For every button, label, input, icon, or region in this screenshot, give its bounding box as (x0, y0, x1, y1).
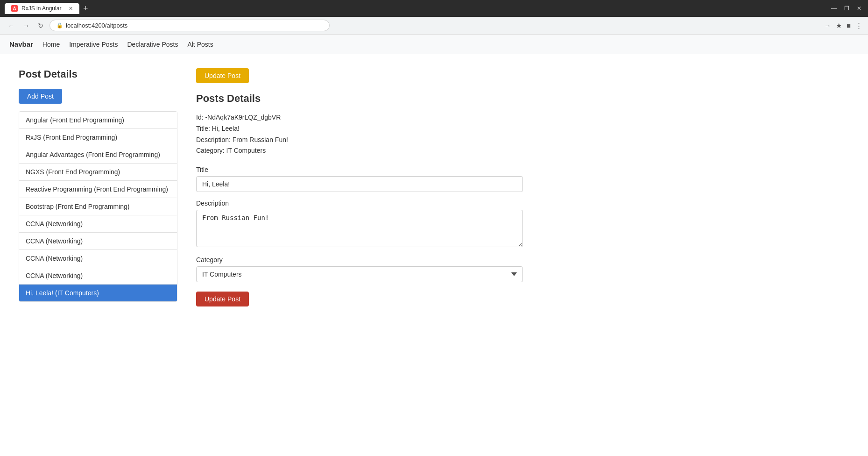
nav-link-declarative[interactable]: Declarative Posts (127, 41, 178, 48)
url-text: localhost:4200/altposts (66, 22, 127, 29)
list-item[interactable]: CCNA (Networking) (19, 267, 177, 285)
lock-icon: 🔒 (56, 22, 63, 28)
right-panel: Update Post Posts Details Id: -NdAqk7aK9… (196, 68, 523, 306)
browser-toolbar-right: → ★ ■ ⋮ (824, 21, 862, 30)
url-bar[interactable]: 🔒 localhost:4200/altposts (49, 20, 330, 31)
maximize-button[interactable]: ❐ (842, 4, 851, 13)
post-list: Angular (Front End Programming) RxJS (Fr… (19, 111, 177, 302)
tab-bar: A RxJS in Angular ✕ + (5, 3, 88, 14)
title-form-group: Title (196, 166, 523, 192)
window-controls: — ❐ ✕ (829, 4, 863, 13)
tab-title: RxJS in Angular (21, 5, 61, 12)
post-id: Id: -NdAqk7aK9rLQZ_dgbVR (196, 112, 523, 123)
posts-details-heading: Posts Details (196, 93, 523, 105)
list-item[interactable]: NGXS (Front End Programming) (19, 164, 177, 181)
nav-link-imperative[interactable]: Imperative Posts (69, 41, 118, 48)
tab-close-button[interactable]: ✕ (69, 6, 73, 12)
list-item-active[interactable]: Hi, Leela! (IT Computers) (19, 285, 177, 301)
forward-button[interactable]: → (21, 21, 32, 31)
description-label: Description (196, 200, 523, 207)
list-item[interactable]: CCNA (Networking) (19, 250, 177, 267)
post-info: Id: -NdAqk7aK9rLQZ_dgbVR Title: Hi, Leel… (196, 112, 523, 157)
minimize-button[interactable]: — (829, 4, 839, 13)
add-post-button[interactable]: Add Post (19, 89, 62, 104)
close-window-button[interactable]: ✕ (855, 4, 863, 13)
category-select[interactable]: Front End Programming Networking IT Comp… (196, 266, 523, 282)
list-item[interactable]: Angular Advantages (Front End Programmin… (19, 146, 177, 164)
post-category-info: Category: IT Computers (196, 145, 523, 157)
list-item[interactable]: Angular (Front End Programming) (19, 112, 177, 129)
title-input[interactable] (196, 176, 523, 192)
left-panel: Post Details Add Post Angular (Front End… (19, 68, 177, 306)
nav-link-alt[interactable]: Alt Posts (187, 41, 213, 48)
bookmark-icon[interactable]: ★ (836, 21, 842, 30)
navbar-brand: Navbar (9, 40, 33, 48)
category-form-group: Category Front End Programming Networkin… (196, 256, 523, 282)
list-item[interactable]: Reactive Programming (Front End Programm… (19, 181, 177, 198)
post-description-info: Description: From Russian Fun! (196, 135, 523, 146)
extensions-icon[interactable]: ■ (847, 21, 851, 29)
tab-favicon: A (11, 5, 18, 12)
list-item[interactable]: CCNA (Networking) (19, 215, 177, 233)
nav-link-home[interactable]: Home (42, 41, 60, 48)
update-post-bottom-button[interactable]: Update Post (196, 292, 249, 306)
active-tab[interactable]: A RxJS in Angular ✕ (5, 3, 79, 14)
menu-icon[interactable]: ⋮ (855, 21, 862, 30)
new-tab-button[interactable]: + (83, 4, 88, 14)
browser-chrome: A RxJS in Angular ✕ + — ❐ ✕ (0, 0, 868, 17)
list-item[interactable]: Bootstrap (Front End Programming) (19, 198, 177, 215)
back-button[interactable]: ← (6, 21, 17, 31)
description-textarea[interactable] (196, 210, 523, 247)
list-item[interactable]: RxJS (Front End Programming) (19, 129, 177, 146)
description-form-group: Description (196, 200, 523, 249)
refresh-button[interactable]: ↻ (35, 21, 46, 31)
address-bar: ← → ↻ 🔒 localhost:4200/altposts → ★ ■ ⋮ (0, 17, 868, 35)
update-post-top-button[interactable]: Update Post (196, 68, 249, 83)
app-navbar: Navbar Home Imperative Posts Declarative… (0, 35, 868, 54)
main-content: Post Details Add Post Angular (Front End… (0, 54, 868, 321)
category-label: Category (196, 256, 523, 264)
title-label: Title (196, 166, 523, 173)
page-title: Post Details (19, 68, 177, 80)
list-item[interactable]: CCNA (Networking) (19, 233, 177, 250)
post-title-info: Title: Hi, Leela! (196, 123, 523, 135)
share-icon[interactable]: → (824, 21, 831, 29)
